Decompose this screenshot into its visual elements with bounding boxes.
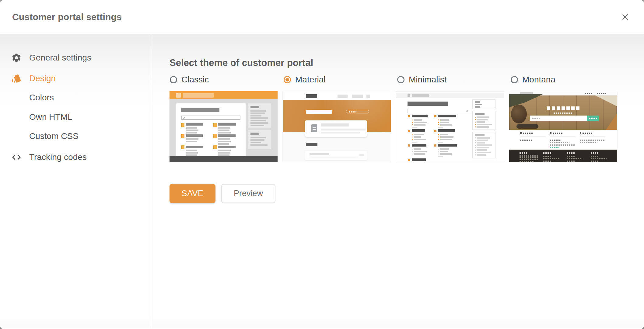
sidebar-item-general-settings[interactable]: General settings [0, 49, 151, 67]
theme-preview-montana[interactable] [509, 91, 617, 162]
code-icon [11, 152, 22, 163]
theme-option-label: Material [295, 75, 326, 85]
sidebar-item-label: Colors [29, 93, 54, 102]
theme-option-material[interactable]: Material [284, 75, 326, 85]
save-button[interactable]: SAVE [170, 184, 215, 203]
sidebar-item-label: General settings [29, 53, 91, 63]
radio-classic[interactable] [170, 76, 177, 83]
theme-option-label: Montana [522, 75, 555, 85]
classic-widget-2 [248, 130, 271, 149]
minimalist-heading [408, 102, 448, 106]
theme-preview-material[interactable] [283, 91, 391, 162]
theme-option-classic[interactable]: Classic [170, 75, 209, 85]
minimalist-search-box [408, 109, 470, 113]
montana-search-button [587, 116, 599, 121]
design-icon [11, 73, 22, 84]
main-panel: Select theme of customer portal Classic … [151, 34, 644, 328]
classic-search-box [181, 116, 240, 120]
radio-montana[interactable] [511, 76, 518, 83]
sidebar-item-label: Own HTML [29, 112, 72, 122]
classic-footer-bar [170, 156, 278, 162]
close-icon [620, 12, 630, 22]
action-buttons: SAVE Preview [170, 184, 275, 203]
theme-option-minimalist[interactable]: Minimalist [397, 75, 446, 85]
montana-hero [509, 95, 617, 130]
theme-preview-minimalist[interactable] [396, 91, 504, 162]
theme-option-label: Minimalist [409, 75, 446, 85]
theme-preview-classic[interactable] [170, 91, 278, 162]
sidebar: General settings Design Colors Own HTML … [0, 34, 151, 328]
montana-content-section [509, 130, 617, 150]
sidebar-item-design[interactable]: Design [0, 70, 151, 87]
dialog-header: Customer portal settings [0, 0, 644, 34]
close-button[interactable] [617, 9, 634, 26]
minimalist-top-bar [396, 93, 504, 98]
sidebar-item-tracking-codes[interactable]: Tracking codes [0, 148, 151, 166]
material-list-row [305, 151, 367, 160]
minimalist-widget-2 [472, 111, 495, 130]
radio-minimalist[interactable] [397, 76, 404, 83]
gear-icon [11, 52, 22, 63]
theme-option-montana[interactable]: Montana [511, 75, 555, 85]
customer-portal-settings-dialog: Customer portal settings General setting… [0, 0, 644, 329]
dialog-title: Customer portal settings [12, 12, 122, 22]
theme-previews [170, 91, 617, 162]
classic-main-panel [176, 103, 246, 156]
theme-option-label: Classic [181, 75, 209, 85]
material-article-card [305, 120, 367, 137]
classic-widget-1 [248, 103, 271, 128]
sidebar-item-label: Custom CSS [29, 131, 79, 141]
minimalist-widget-1 [472, 99, 495, 109]
dialog-body: General settings Design Colors Own HTML … [0, 34, 644, 328]
material-nav-bar [283, 91, 391, 100]
sidebar-item-colors[interactable]: Colors [0, 89, 151, 106]
classic-header-bar [170, 91, 278, 99]
montana-footer [509, 150, 617, 162]
sidebar-item-custom-css[interactable]: Custom CSS [0, 127, 151, 145]
sidebar-item-label: Tracking codes [29, 152, 87, 162]
minimalist-widget-3 [472, 132, 495, 158]
material-section-heading [306, 143, 317, 146]
radio-material[interactable] [284, 76, 291, 83]
sidebar-item-label: Design [29, 74, 56, 83]
preview-button[interactable]: Preview [221, 184, 275, 203]
sidebar-item-own-html[interactable]: Own HTML [0, 108, 151, 126]
section-heading: Select theme of customer portal [170, 57, 313, 68]
